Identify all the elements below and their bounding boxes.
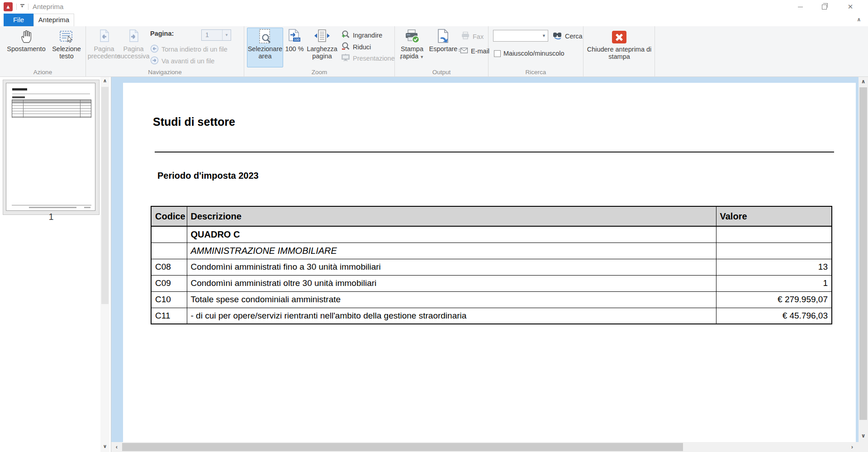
window-title: Anteprima xyxy=(33,3,63,10)
export-icon xyxy=(436,28,451,45)
pagina-field-row: Pagina: xyxy=(150,30,174,37)
quick-print-icon xyxy=(404,28,420,45)
selezione-testo-label: Selezione testo xyxy=(49,45,84,60)
header-valore: Valore xyxy=(716,206,832,226)
riduci-button[interactable]: Riduci xyxy=(341,42,371,52)
ingrandire-button[interactable]: Ingrandire xyxy=(341,30,382,40)
table-header-row: Codice Descrizione Valore xyxy=(151,206,832,226)
search-combobox[interactable]: ▼ xyxy=(493,30,548,42)
table-row: C10 Totale spese condominiali amministra… xyxy=(151,291,832,308)
thumb-rule-line xyxy=(12,94,90,94)
spinner-dropdown-icon[interactable]: ▼ xyxy=(222,30,231,40)
group-label-navigazione: Navigazione xyxy=(86,69,244,76)
email-icon xyxy=(458,47,468,55)
cell-code: C10 xyxy=(151,291,187,308)
fax-icon xyxy=(461,32,470,41)
quick-access-toolbar-button[interactable]: ▼ xyxy=(19,4,25,10)
minimize-button[interactable] xyxy=(789,0,811,14)
cell-desc: AMMINISTRAZIONE IMMOBILIARE xyxy=(187,243,716,259)
zoom-in-icon xyxy=(341,30,350,40)
scroll-down-icon[interactable]: ∨ xyxy=(100,443,109,449)
chiudere-anteprima-label: Chiudere anteprima di stampa xyxy=(585,46,653,60)
ribbon-group-zoom: Selezionare area 100 100 % xyxy=(244,26,395,76)
group-label-ricerca: Ricerca xyxy=(489,69,583,76)
restore-button[interactable] xyxy=(813,0,835,14)
previous-page-icon xyxy=(97,28,111,45)
torna-indietro-button[interactable]: Torna indietro di un file xyxy=(150,44,228,54)
table-row: C09 Condomìni amministrati oltre 30 unit… xyxy=(151,275,832,291)
cell-code xyxy=(151,226,187,243)
stampa-rapida-label: Stampa rapida▼ xyxy=(398,45,427,61)
vertical-scrollbar[interactable]: ∧ ∨ xyxy=(859,77,868,442)
thumb-footer-page-line xyxy=(84,207,90,208)
preview-viewport[interactable]: Studi di settore Periodo d'imposta 2023 … xyxy=(111,77,859,442)
scroll-up-icon[interactable]: ∧ xyxy=(859,78,868,85)
page-thumbnail[interactable] xyxy=(3,80,100,215)
hand-icon xyxy=(20,28,32,45)
scroll-left-icon[interactable]: ‹ xyxy=(113,442,120,452)
thumbnail-page-number: 1 xyxy=(3,212,100,222)
close-button[interactable]: ✕ xyxy=(840,0,861,14)
cell-desc: - di cui per opere/servizi rientranti ne… xyxy=(187,308,716,324)
esportare-button[interactable]: Esportare xyxy=(427,28,459,52)
scroll-right-icon[interactable]: › xyxy=(849,442,856,452)
tab-anteprima[interactable]: Anteprima xyxy=(33,14,74,26)
titlebar-separator xyxy=(28,4,28,10)
fax-button[interactable]: Fax xyxy=(461,32,484,41)
scroll-up-icon[interactable]: ∧ xyxy=(100,78,109,84)
collapse-ribbon-icon[interactable]: ∧ xyxy=(857,16,861,23)
cerca-button[interactable]: Cerca xyxy=(553,31,583,41)
zoom-out-icon xyxy=(341,42,350,52)
cerca-label: Cerca xyxy=(565,33,583,40)
cell-code: C11 xyxy=(151,308,187,324)
ribbon: Spostamento Selezione testo Azione xyxy=(0,26,868,77)
scroll-down-icon[interactable]: ∨ xyxy=(859,433,868,439)
horizontal-scrollbar[interactable]: ‹ › xyxy=(111,442,859,452)
chiudere-anteprima-button[interactable]: Chiudere anteprima di stampa xyxy=(585,29,653,60)
zoom-100-label: 100 % xyxy=(285,45,304,52)
pagina-precedente-button[interactable]: Pagina precedente xyxy=(90,28,119,60)
va-avanti-label: Va avanti di un file xyxy=(161,57,214,65)
thumb-col-line xyxy=(23,100,24,117)
thumb-footer-text-line xyxy=(29,207,76,208)
va-avanti-button[interactable]: Va avanti di un file xyxy=(150,56,214,66)
ribbon-group-output: Stampa rapida▼ Esportare Fax E-mail xyxy=(395,26,489,76)
thumb-title-line xyxy=(12,88,27,90)
torna-indietro-label: Torna indietro di un file xyxy=(161,46,228,53)
selezione-testo-button[interactable]: Selezione testo xyxy=(49,28,84,60)
cell-code: C08 xyxy=(151,259,187,275)
ribbon-group-ricerca: ▼ Cerca Maiuscolo/minuscolo Ricerca xyxy=(489,26,583,76)
tab-file[interactable]: File xyxy=(4,14,33,26)
scrollbar-thumb[interactable] xyxy=(101,87,109,304)
selezionare-area-label: Selezionare area xyxy=(247,45,283,60)
stampa-rapida-button[interactable]: Stampa rapida▼ xyxy=(398,28,427,61)
zoom-100-button[interactable]: 100 100 % xyxy=(285,28,304,52)
group-label-azione: Azione xyxy=(0,69,85,76)
sidebar-scrollbar[interactable]: ∧ ∨ xyxy=(100,77,109,452)
scrollbar-thumb[interactable] xyxy=(859,87,867,420)
spostamento-button[interactable]: Spostamento xyxy=(5,28,48,52)
page-number-spinner[interactable]: 1 ▼ xyxy=(201,29,231,41)
zoom-100-badge: 100 xyxy=(294,38,300,42)
thumbnail-sidebar: 1 ∧ ∨ xyxy=(0,77,111,452)
combo-dropdown-icon[interactable]: ▼ xyxy=(540,30,548,41)
table-row: QUADRO C xyxy=(151,226,832,243)
larghezza-pagina-button[interactable]: Larghezza pagina xyxy=(305,28,339,60)
pagina-successiva-button[interactable]: Pagina successiva xyxy=(119,28,148,60)
app-logo-icon[interactable]: ▲ xyxy=(4,2,13,11)
group-label-output: Output xyxy=(395,69,488,76)
document-table: Codice Descrizione Valore QUADRO C AMMIN… xyxy=(151,206,832,324)
ribbon-group-navigazione: Pagina precedente Pagina successiva Pagi… xyxy=(86,26,244,76)
print-preview-window: { "titlebar": { "title": "Anteprima" }, … xyxy=(0,0,868,452)
pagina-successiva-label: Pagina successiva xyxy=(118,45,150,60)
chevron-down-icon: ▼ xyxy=(420,55,424,59)
cell-code: C09 xyxy=(151,275,187,291)
selezionare-area-button[interactable]: Selezionare area xyxy=(247,28,283,67)
case-sensitive-checkbox[interactable] xyxy=(494,50,501,57)
email-button[interactable]: E-mail xyxy=(458,47,489,55)
scrollbar-thumb[interactable] xyxy=(122,443,683,451)
presentazione-button[interactable]: Presentazione ▼ xyxy=(341,53,403,63)
maiuscolo-checkbox-row[interactable]: Maiuscolo/minuscolo xyxy=(494,50,564,57)
ingrandire-label: Ingrandire xyxy=(353,32,382,39)
thumb-footer-rule xyxy=(12,205,91,205)
